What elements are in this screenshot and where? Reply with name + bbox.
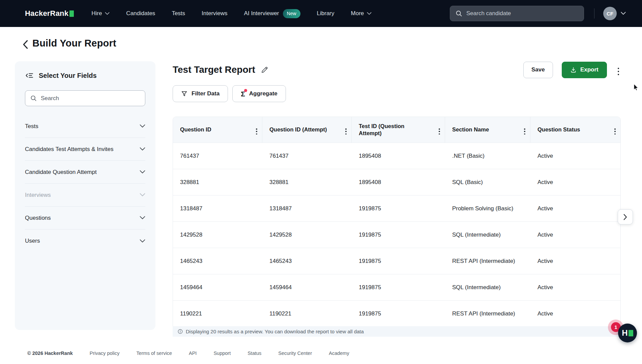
column-menu-kebab-icon[interactable] xyxy=(256,125,257,134)
chevron-down-icon xyxy=(140,239,145,243)
aggregate-notification-dot xyxy=(244,89,247,92)
cell-question-id-attempt: 1429528 xyxy=(262,222,352,248)
footer-link-status[interactable]: Status xyxy=(247,351,261,356)
cell-question-id-attempt: 1465243 xyxy=(262,248,352,274)
column-header-label: Question ID (Attempt) xyxy=(269,126,327,133)
field-selector-sidebar: Select Your Fields Tests Candidates Test… xyxy=(15,61,155,330)
sidebar-item-candidates-test-attempts[interactable]: Candidates Test Attempts & Invites xyxy=(25,138,145,161)
report-menu-kebab-icon[interactable] xyxy=(616,63,621,76)
aggregate-label: Aggregate xyxy=(249,90,278,97)
column-menu-kebab-icon[interactable] xyxy=(439,125,440,134)
sidebar-item-label: Users xyxy=(25,238,40,244)
sidebar-item-label: Candidate Question Attempt xyxy=(25,169,97,176)
search-icon xyxy=(456,10,462,17)
cell-question-id: 761437 xyxy=(173,143,262,169)
table-header-row: Question ID Question ID (Attempt) Test I… xyxy=(173,117,620,143)
field-search-input[interactable] xyxy=(41,95,140,102)
column-menu-kebab-icon[interactable] xyxy=(524,125,525,134)
footer-link-support[interactable]: Support xyxy=(213,351,231,356)
page-footer: © 2026 HackerRank Privacy policy Terms o… xyxy=(27,351,349,356)
hackerrank-logo[interactable]: HackerRank xyxy=(25,9,74,18)
cell-question-status: Active xyxy=(530,169,620,195)
footer-link-security-center[interactable]: Security Center xyxy=(278,351,312,356)
nav-item-label: Hire xyxy=(91,10,102,17)
chevron-down-icon xyxy=(621,12,626,15)
funnel-icon xyxy=(181,91,187,97)
table-row: 761437 761437 1895408 .NET (Basic) Activ… xyxy=(173,143,620,169)
column-menu-kebab-icon[interactable] xyxy=(345,125,347,134)
sidebar-item-tests[interactable]: Tests xyxy=(25,115,145,138)
column-header-question-status: Question Status xyxy=(530,117,620,143)
logo-text: HackerRank xyxy=(25,9,68,18)
nav-item-hire[interactable]: Hire xyxy=(91,10,110,17)
footer-link-academy[interactable]: Academy xyxy=(329,351,349,356)
column-menu-kebab-icon[interactable] xyxy=(614,125,616,134)
table-scroll-next-button[interactable] xyxy=(618,209,633,224)
column-header-section-name: Section Name xyxy=(445,117,530,143)
cell-question-id: 1190221 xyxy=(173,301,262,327)
cell-question-status: Active xyxy=(530,301,620,327)
nav-divider xyxy=(594,8,594,19)
cell-section-name: REST API (Intermediate) xyxy=(445,248,530,274)
field-search-box[interactable] xyxy=(25,90,145,106)
info-icon xyxy=(178,329,183,334)
cell-section-name: .NET (Basic) xyxy=(445,143,530,169)
preview-notice: Displaying 20 results as a preview. You … xyxy=(173,326,621,337)
cell-test-id: 1919875 xyxy=(352,222,445,248)
nav-item-interviews[interactable]: Interviews xyxy=(202,10,228,17)
column-header-label: Question Status xyxy=(537,126,580,133)
cell-question-status: Active xyxy=(530,195,620,221)
nav-item-label: Library xyxy=(317,10,334,17)
chat-widget-button[interactable]: H xyxy=(618,324,637,342)
mouse-cursor xyxy=(633,84,639,91)
nav-right-group: CF xyxy=(450,6,626,21)
report-actions: Save Export xyxy=(523,62,621,78)
column-header-question-id-attempt: Question ID (Attempt) xyxy=(262,117,352,143)
nav-item-tests[interactable]: Tests xyxy=(172,10,185,17)
column-header-test-id-question-attempt: Test ID (Question Attempt) xyxy=(352,117,445,143)
footer-link-terms-of-service[interactable]: Terms of service xyxy=(136,351,172,356)
cell-test-id: 1919875 xyxy=(352,195,445,221)
chevron-down-icon xyxy=(140,193,145,197)
sidebar-item-candidate-question-attempt[interactable]: Candidate Question Attempt xyxy=(25,161,145,184)
cell-question-status: Active xyxy=(530,222,620,248)
column-header-label: Question ID xyxy=(180,126,211,133)
sidebar-header: Select Your Fields xyxy=(25,71,145,80)
filter-data-label: Filter Data xyxy=(192,90,220,97)
chevron-down-icon xyxy=(140,124,145,128)
chevron-left-icon xyxy=(23,40,28,49)
cell-test-id: 1919875 xyxy=(352,274,445,300)
account-menu-chevron[interactable] xyxy=(621,12,626,15)
back-button[interactable] xyxy=(20,39,30,50)
nav-item-ai-interviewer[interactable]: AI Interviewer New xyxy=(244,9,300,18)
candidate-search-box[interactable] xyxy=(450,6,584,21)
data-tools-row: Filter Data Σ Aggregate xyxy=(173,85,286,102)
cell-question-status: Active xyxy=(530,274,620,300)
table-row: 1190221 1190221 1919875 REST API (Interm… xyxy=(173,300,620,327)
collapse-panel-icon[interactable] xyxy=(25,71,34,80)
aggregate-button[interactable]: Σ Aggregate xyxy=(232,85,286,102)
save-button[interactable]: Save xyxy=(523,62,553,78)
nav-item-candidates[interactable]: Candidates xyxy=(126,10,155,17)
sidebar-item-label: Questions xyxy=(25,215,51,221)
filter-data-button[interactable]: Filter Data xyxy=(173,85,228,102)
footer-link-privacy-policy[interactable]: Privacy policy xyxy=(90,351,120,356)
nav-item-library[interactable]: Library xyxy=(317,10,334,17)
copyright-text: © 2026 HackerRank xyxy=(27,351,73,356)
sidebar-item-questions[interactable]: Questions xyxy=(25,207,145,230)
sidebar-item-users[interactable]: Users xyxy=(25,230,145,252)
export-button[interactable]: Export xyxy=(562,62,607,78)
report-title: Test Target Report xyxy=(173,64,255,75)
nav-item-more[interactable]: More xyxy=(351,10,372,17)
edit-title-icon[interactable] xyxy=(261,66,268,73)
cell-question-id-attempt: 761437 xyxy=(262,143,352,169)
cell-question-id: 1459464 xyxy=(173,274,262,300)
download-icon xyxy=(570,67,577,73)
export-label: Export xyxy=(580,66,599,73)
footer-link-api[interactable]: API xyxy=(189,351,197,356)
preview-notice-text: Displaying 20 results as a preview. You … xyxy=(186,329,364,334)
user-avatar[interactable]: CF xyxy=(603,7,617,20)
cell-question-id-attempt: 1459464 xyxy=(262,274,352,300)
cell-question-status: Active xyxy=(530,143,620,169)
candidate-search-input[interactable] xyxy=(466,10,578,17)
